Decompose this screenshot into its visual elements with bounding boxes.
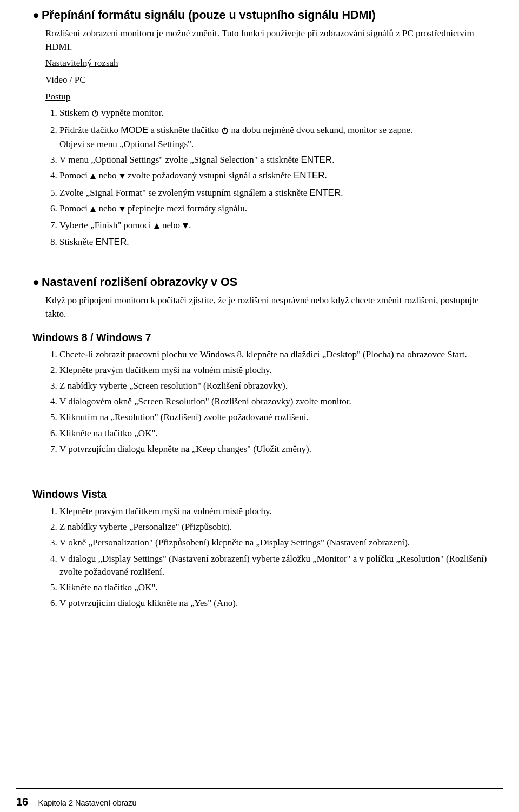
section2-heading-text: Nastavení rozlišení obrazovky v OS: [42, 276, 237, 289]
list-item: Z nabídky vyberte „Screen resolution" (R…: [59, 380, 496, 393]
range-value: Video / PC: [45, 74, 496, 87]
power-icon: [91, 108, 99, 121]
section1-heading: ●Přepínání formátu signálu (pouze u vstu…: [32, 7, 496, 24]
enter-label: ENTER: [96, 237, 127, 247]
down-icon: [119, 170, 125, 184]
up-icon: [90, 203, 96, 217]
list-item: V okně „Personalization" (Přizpůsobení) …: [59, 536, 496, 550]
svg-marker-8: [154, 223, 159, 229]
range-label: Nastavitelný rozsah: [45, 57, 496, 70]
step-4: Pomocí nebo zvolte požadovaný vstupní si…: [59, 169, 496, 184]
up-icon: [90, 170, 96, 184]
step-text: Přidržte tlačítko: [59, 125, 121, 135]
list-item: Klepněte pravým tlačítkem myši na volném…: [59, 364, 496, 377]
step-text: Stiskem: [59, 108, 91, 118]
bullet-icon: ●: [32, 276, 39, 289]
step-6: Pomocí nebo přepínejte mezi formáty sign…: [59, 202, 496, 217]
period: .: [189, 220, 191, 230]
svg-marker-5: [119, 174, 125, 179]
step-text: Vyberte „Finish" pomocí: [59, 220, 154, 230]
step-text: nebo: [96, 203, 119, 214]
step-3: V menu „Optional Settings" zvolte „Signa…: [59, 154, 496, 167]
svg-marker-6: [90, 207, 96, 212]
up-icon: [154, 220, 160, 234]
step-text: nebo: [96, 170, 119, 181]
list-item: Klikněte na tlačítko „OK".: [59, 427, 496, 441]
step-1: Stiskem vypněte monitor.: [59, 107, 496, 121]
list-item: V dialogovém okně „Screen Resolution" (R…: [59, 395, 496, 409]
win8-steps: Chcete-li zobrazit pracovní plochu ve Wi…: [45, 348, 496, 456]
enter-label: ENTER: [310, 188, 341, 198]
list-item: V potvrzujícím dialogu klepněte na „Keep…: [59, 443, 496, 456]
list-item: V dialogu „Display Settings" (Nastavení …: [59, 553, 496, 579]
step-text: Pomocí: [59, 170, 90, 181]
vista-heading: Windows Vista: [32, 487, 496, 502]
section1-heading-text: Přepínání formátu signálu (pouze u vstup…: [42, 9, 376, 22]
step-note: Objeví se menu „Optional Settings".: [59, 138, 496, 151]
svg-marker-4: [90, 174, 96, 179]
vista-steps: Klepněte pravým tlačítkem myši na volném…: [45, 505, 496, 610]
step-7: Vyberte „Finish" pomocí nebo .: [59, 219, 496, 234]
mode-label: MODE: [121, 125, 148, 135]
bullet-icon: ●: [32, 9, 39, 22]
step-text: zvolte požadovaný vstupní signál a stisk…: [125, 170, 294, 181]
period: .: [341, 188, 343, 198]
enter-label: ENTER: [301, 155, 332, 165]
down-icon: [182, 220, 189, 234]
step-text: nebo: [160, 220, 183, 230]
step-2: Přidržte tlačítko MODE a stiskněte tlačí…: [59, 124, 496, 151]
step-text: na dobu nejméně dvou sekund, monitor se …: [229, 125, 412, 135]
section2-intro: Když po připojení monitoru k počítači zj…: [45, 294, 496, 321]
list-item: Klepněte pravým tlačítkem myši na volném…: [59, 505, 496, 518]
list-item: Chcete-li zobrazit pracovní plochu ve Wi…: [59, 348, 496, 362]
step-8: Stiskněte ENTER.: [59, 236, 496, 249]
step-text: a stiskněte tlačítko: [148, 125, 221, 135]
procedure-label: Postup: [45, 90, 496, 104]
step-text: přepínejte mezi formáty signálu.: [125, 203, 247, 214]
svg-marker-7: [119, 207, 125, 212]
list-item: V potvrzujícím dialogu klikněte na „Yes"…: [59, 597, 496, 610]
section2-heading: ●Nastavení rozlišení obrazovky v OS: [32, 274, 496, 291]
period: .: [325, 170, 327, 181]
list-item: Kliknutím na „Resolution" (Rozlišení) zv…: [59, 411, 496, 424]
enter-label: ENTER: [294, 170, 325, 181]
list-item: Klikněte na tlačítko „OK".: [59, 581, 496, 595]
step-5: Zvolte „Signal Format" se zvoleným vstup…: [59, 187, 496, 200]
svg-marker-9: [183, 223, 188, 229]
step-text: Stiskněte: [59, 237, 96, 247]
power-icon: [221, 125, 229, 138]
list-item: Z nabídky vyberte „Personalize" (Přizpůs…: [59, 521, 496, 534]
step-text: Pomocí: [59, 203, 90, 214]
down-icon: [119, 203, 125, 217]
win8-heading: Windows 8 / Windows 7: [32, 330, 496, 345]
step-text: V menu „Optional Settings" zvolte „Signa…: [59, 155, 301, 165]
step-text: Zvolte „Signal Format" se zvoleným vstup…: [59, 188, 310, 198]
section1-steps: Stiskem vypněte monitor. Přidržte tlačít…: [45, 107, 496, 249]
step-text: vypněte monitor.: [99, 108, 163, 118]
section1-intro: Rozlišení zobrazení monitoru je možné zm…: [45, 27, 496, 54]
period: .: [332, 155, 334, 165]
period: .: [127, 237, 129, 247]
